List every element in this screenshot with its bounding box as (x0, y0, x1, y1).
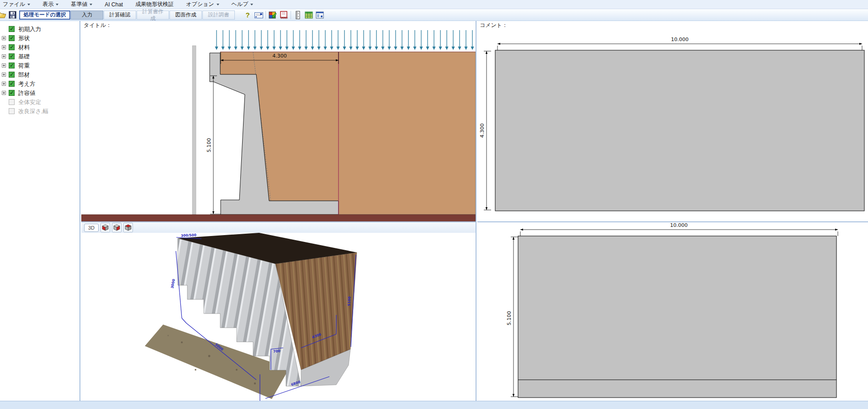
checkbox-checked-icon[interactable] (9, 53, 15, 59)
menu-file-label: ファイル (3, 0, 25, 8)
chevron-down-icon (56, 4, 58, 5)
svg-text:300/500: 300/500 (181, 233, 196, 238)
tree-item-initial-input[interactable]: 初期入力 (0, 25, 79, 34)
hint-icon[interactable] (253, 10, 264, 21)
plan-view-bottom-canvas[interactable]: 10.000 5.100 (477, 222, 868, 401)
ruler-icon[interactable] (292, 10, 303, 21)
tree-item-shape[interactable]: 形状 (0, 34, 79, 43)
title-label: タイトル： (84, 22, 111, 28)
menu-view-label: 表示 (42, 0, 53, 8)
tree-item-approach[interactable]: 考え方 (0, 79, 79, 89)
view-3d-button[interactable]: 3D (84, 224, 99, 232)
expand-plus-icon[interactable] (2, 82, 6, 86)
expand-plus-icon[interactable] (2, 45, 6, 49)
menu-bar: ファイル 表示 基準値 AI Chat 成果物形状検証 オプション ヘルプ (0, 0, 868, 9)
front-face-bar (192, 46, 196, 215)
expand-plus-icon[interactable] (2, 54, 6, 58)
checkbox-checked-icon[interactable] (9, 35, 15, 41)
svg-text:3000: 3000 (170, 279, 175, 289)
tree-item-load[interactable]: 荷重 (0, 61, 79, 70)
tree-item-material[interactable]: 材料 (0, 43, 79, 52)
layout-icon[interactable] (314, 10, 325, 21)
table-icon[interactable] (303, 10, 314, 21)
help-icon[interactable]: ? (242, 10, 253, 21)
elevation-area-rect (518, 236, 836, 398)
comment-header: コメント： (477, 21, 868, 29)
bearing-ground-strip (81, 215, 476, 222)
chevron-down-icon (217, 4, 219, 5)
menu-options-label: オプション (186, 0, 214, 8)
checkbox-checked-icon[interactable] (9, 90, 15, 96)
menu-ai-chat[interactable]: AI Chat (105, 1, 123, 8)
chevron-down-icon (90, 4, 92, 5)
comment-view-column: コメント： 10.000 4.300 10.000 (477, 21, 868, 401)
status-bar (0, 401, 868, 409)
plan-bottom-height-label: 5.100 (506, 311, 512, 325)
menu-standards-label: 基準値 (71, 0, 87, 8)
open-icon[interactable] (0, 10, 6, 20)
chevron-down-icon (250, 4, 253, 5)
checkbox-checked-icon[interactable] (9, 44, 15, 50)
save-icon[interactable] (8, 10, 17, 20)
checkbox-checked-icon[interactable] (9, 26, 15, 32)
mode-select-button[interactable]: 処理モードの選択 (19, 10, 70, 20)
menu-standards[interactable]: 基準値 (71, 0, 92, 8)
menu-options[interactable]: オプション (186, 0, 219, 8)
svg-text:5100: 5100 (347, 296, 351, 306)
calc-results-icon[interactable] (267, 10, 278, 21)
menu-view[interactable]: 表示 (42, 0, 58, 8)
tree-item-improvement-depth-width: 改良深さ,幅 (0, 107, 79, 116)
menu-help-label: ヘルプ (232, 0, 249, 8)
checkbox-checked-icon[interactable] (9, 81, 15, 87)
tree-item-member[interactable]: 部材 (0, 70, 79, 79)
step-button-report-create: 計算書作成 (137, 10, 169, 20)
dimension-width (520, 230, 838, 236)
menu-deliverable-shape-check-label: 成果物形状検証 (135, 0, 174, 8)
section-drawing-canvas[interactable]: 4.300 5.100 (81, 28, 476, 222)
view-cube-front-icon[interactable] (101, 223, 110, 232)
chevron-down-icon (27, 4, 30, 5)
application-window: ファイル 表示 基準値 AI Chat 成果物形状検証 オプション ヘルプ 処理… (0, 0, 868, 409)
input-tree: 初期入力 形状 材料 基礎 荷重 部材 考え方 許容値 全体安定 改良深さ,幅 (0, 25, 79, 116)
comment-label: コメント： (480, 22, 508, 28)
tree-item-foundation[interactable]: 基礎 (0, 52, 79, 61)
step-button-calc-check[interactable]: 計算確認 (104, 10, 136, 20)
main-view-column: タイトル： 4.300 5.10 (81, 21, 476, 401)
plan-top-height-label: 4.300 (479, 123, 485, 138)
menu-ai-chat-label: AI Chat (105, 1, 123, 8)
improvement-area-rect (495, 50, 864, 211)
step-button-design-record: 設計調書 (202, 10, 235, 20)
svg-text:700: 700 (273, 349, 281, 353)
menu-help[interactable]: ヘルプ (232, 0, 254, 8)
view-cube-side-icon[interactable] (112, 223, 122, 232)
expand-plus-icon[interactable] (2, 73, 6, 77)
menu-deliverable-shape-check[interactable]: 成果物形状検証 (135, 0, 174, 8)
checkbox-empty-icon (9, 108, 15, 114)
plan-view-top-canvas[interactable]: 10.000 4.300 (477, 28, 868, 221)
plan-top-width-label: 10.000 (671, 37, 689, 42)
dimension-width (498, 44, 862, 50)
tree-item-overall-stability: 全体安定 (0, 98, 79, 107)
expand-plus-icon[interactable] (2, 63, 6, 68)
menu-file[interactable]: ファイル (3, 0, 30, 8)
view-cube-top-icon[interactable] (123, 223, 133, 232)
navigation-tree-panel: 初期入力 形状 材料 基礎 荷重 部材 考え方 許容値 全体安定 改良深さ,幅 (0, 21, 80, 401)
expand-plus-icon[interactable] (2, 91, 6, 95)
tree-item-allowable-values[interactable]: 許容値 (0, 89, 79, 98)
report-icon[interactable] (278, 10, 289, 21)
expand-plus-icon[interactable] (2, 36, 6, 40)
dim-height-label: 5.100 (206, 138, 212, 152)
title-header: タイトル： (81, 21, 476, 29)
toolbar-separator (291, 11, 291, 19)
step-button-drawing-create[interactable]: 図面作成 (169, 10, 202, 20)
checkbox-empty-icon (9, 99, 15, 105)
viewer3d-canvas[interactable]: 300/500 3000 5000 700 4300 5100 6800 (81, 233, 476, 401)
distributed-load-arrows (217, 30, 472, 49)
viewer3d-toolbar: 3D (81, 222, 476, 233)
checkbox-checked-icon[interactable] (9, 72, 15, 78)
plan-bottom-width-label: 10.000 (670, 222, 688, 228)
dim-width-label: 4.300 (272, 53, 287, 59)
checkbox-checked-icon[interactable] (9, 63, 15, 68)
toolbar-separator (265, 11, 266, 19)
step-button-input[interactable]: 入力 (71, 10, 103, 20)
